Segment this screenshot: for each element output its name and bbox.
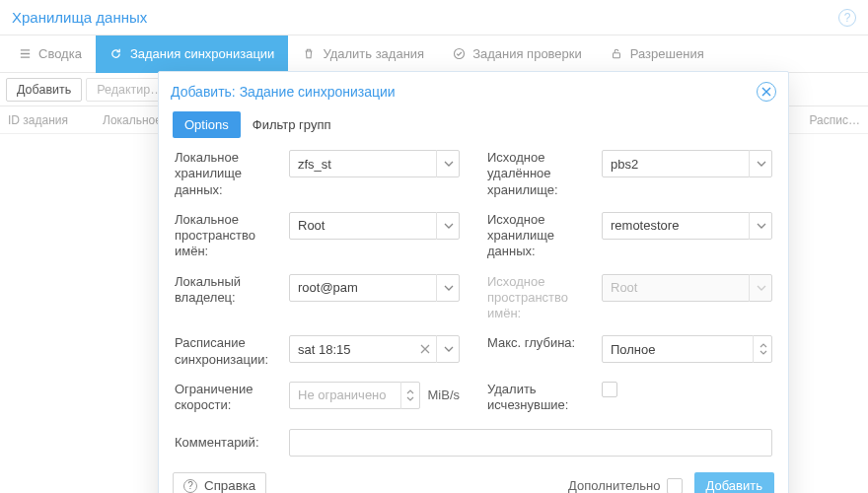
modal-add-sync-job: Добавить: Задание синхронизации Options … [158,71,789,493]
chevron-down-icon[interactable] [749,150,772,177]
advanced-checkbox[interactable] [667,478,683,493]
label-max-depth: Макс. глубина: [487,335,592,351]
question-circle-icon: ? [183,479,197,493]
label-schedule: Расписание синхронизации: [175,335,279,368]
label-remote-store: Исходное хранилище данных: [487,212,592,260]
label-local-owner: Локальный владелец: [175,274,279,307]
modal-tab-options[interactable]: Options [173,111,241,138]
label-rate: Ограничение скорости: [175,382,279,414]
label-remote-ns: Исходное пространство имён: [487,274,592,322]
submit-button[interactable]: Добавить [694,472,774,493]
help-button[interactable]: ? Справка [173,472,266,493]
chevron-down-icon[interactable] [436,274,460,302]
chevron-down-icon[interactable] [436,150,460,177]
help-button-label: Справка [204,478,255,493]
schedule-input[interactable] [289,335,460,363]
label-local-store: Локальное хранилище данных: [175,150,279,198]
spinner-icon[interactable] [400,382,420,409]
modal-tab-group-filter[interactable]: Фильтр групп [241,111,343,138]
remove-vanished-checkbox[interactable] [602,382,617,397]
label-comment: Комментарий: [175,435,279,451]
chevron-down-icon[interactable] [436,335,460,363]
close-icon[interactable] [757,82,776,102]
label-local-ns: Локальное пространство имён: [175,212,279,260]
modal-title: Добавить: Задание синхронизации [171,84,396,100]
advanced-toggle[interactable]: Дополнительно [568,478,683,493]
remote-ns-select [602,274,772,302]
chevron-down-icon [749,274,772,302]
rate-unit: MiB/s [428,387,461,402]
clear-icon[interactable] [416,335,434,363]
spinner-icon[interactable] [753,335,772,363]
comment-input[interactable] [289,429,772,457]
label-remove-vanished: Удалить исчезнувшие: [487,382,592,414]
remote-select[interactable] [602,150,772,177]
local-store-select[interactable] [289,150,460,177]
max-depth-input[interactable] [602,335,772,363]
advanced-label: Дополнительно [568,478,661,493]
chevron-down-icon[interactable] [436,212,460,240]
label-remote: Исходное удалённое хранилище: [487,150,592,198]
local-owner-select[interactable] [289,274,460,302]
local-ns-select[interactable] [289,212,460,240]
remote-store-select[interactable] [602,212,772,240]
chevron-down-icon[interactable] [749,212,772,240]
